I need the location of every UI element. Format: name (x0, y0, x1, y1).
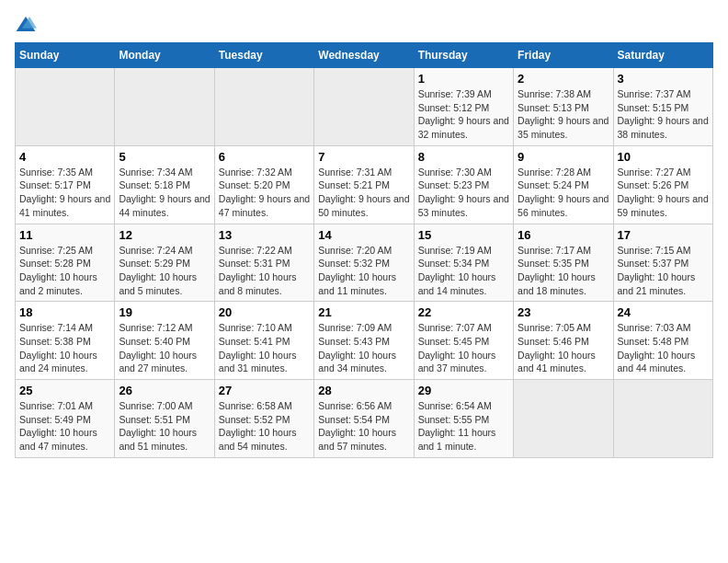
calendar-cell: 12Sunrise: 7:24 AMSunset: 5:29 PMDayligh… (115, 224, 214, 302)
calendar-header-row: SundayMondayTuesdayWednesdayThursdayFrid… (16, 43, 713, 68)
day-info: Sunrise: 7:22 AMSunset: 5:31 PMDaylight:… (219, 244, 310, 298)
day-number: 23 (518, 305, 609, 319)
day-info: Sunrise: 7:39 AMSunset: 5:12 PMDaylight:… (418, 87, 509, 142)
day-number: 3 (618, 72, 709, 86)
day-info: Sunrise: 7:28 AMSunset: 5:24 PMDaylight:… (518, 166, 609, 220)
calendar-cell: 14Sunrise: 7:20 AMSunset: 5:32 PMDayligh… (314, 224, 414, 302)
day-info: Sunrise: 7:20 AMSunset: 5:32 PMDaylight:… (318, 244, 409, 298)
day-number: 25 (19, 384, 110, 397)
calendar-cell: 13Sunrise: 7:22 AMSunset: 5:31 PMDayligh… (214, 224, 313, 302)
day-info: Sunrise: 7:31 AMSunset: 5:21 PMDaylight:… (318, 166, 409, 220)
day-number: 6 (219, 150, 310, 164)
day-number: 12 (119, 228, 210, 242)
calendar-cell (514, 380, 613, 458)
day-info: Sunrise: 7:34 AMSunset: 5:18 PMDaylight:… (119, 166, 210, 220)
calendar-cell (16, 68, 115, 146)
day-info: Sunrise: 7:05 AMSunset: 5:46 PMDaylight:… (518, 321, 609, 375)
day-number: 1 (418, 72, 509, 86)
column-header-monday: Monday (115, 43, 214, 68)
day-number: 17 (618, 228, 709, 242)
calendar-week-row: 4Sunrise: 7:35 AMSunset: 5:17 PMDaylight… (16, 145, 713, 224)
column-header-friday: Friday (514, 43, 613, 68)
day-number: 4 (19, 150, 110, 164)
day-number: 28 (318, 384, 409, 397)
calendar-cell: 11Sunrise: 7:25 AMSunset: 5:28 PMDayligh… (16, 224, 115, 302)
day-info: Sunrise: 6:56 AMSunset: 5:54 PMDaylight:… (318, 399, 409, 454)
logo-icon (15, 15, 37, 33)
day-info: Sunrise: 7:14 AMSunset: 5:38 PMDaylight:… (19, 321, 110, 375)
calendar-cell: 26Sunrise: 7:00 AMSunset: 5:51 PMDayligh… (115, 380, 214, 458)
day-info: Sunrise: 7:12 AMSunset: 5:40 PMDaylight:… (119, 321, 210, 375)
day-info: Sunrise: 7:35 AMSunset: 5:17 PMDaylight:… (19, 166, 110, 220)
day-info: Sunrise: 7:03 AMSunset: 5:48 PMDaylight:… (618, 321, 709, 375)
day-info: Sunrise: 7:24 AMSunset: 5:29 PMDaylight:… (119, 244, 210, 298)
day-info: Sunrise: 7:09 AMSunset: 5:43 PMDaylight:… (318, 321, 409, 375)
column-header-thursday: Thursday (414, 43, 513, 68)
day-number: 26 (119, 384, 210, 397)
day-number: 15 (418, 228, 509, 242)
calendar-table: SundayMondayTuesdayWednesdayThursdayFrid… (15, 42, 713, 458)
day-number: 29 (418, 384, 509, 397)
day-info: Sunrise: 7:19 AMSunset: 5:34 PMDaylight:… (418, 244, 509, 298)
day-number: 13 (219, 228, 310, 242)
calendar-cell: 8Sunrise: 7:30 AMSunset: 5:23 PMDaylight… (414, 145, 513, 224)
day-number: 8 (418, 150, 509, 164)
calendar-cell: 7Sunrise: 7:31 AMSunset: 5:21 PMDaylight… (314, 145, 414, 224)
calendar-cell (214, 68, 313, 146)
calendar-cell (613, 380, 712, 458)
calendar-cell: 16Sunrise: 7:17 AMSunset: 5:35 PMDayligh… (514, 224, 613, 302)
day-number: 20 (219, 305, 310, 319)
calendar-cell: 29Sunrise: 6:54 AMSunset: 5:55 PMDayligh… (414, 380, 513, 458)
column-header-wednesday: Wednesday (314, 43, 414, 68)
day-info: Sunrise: 7:00 AMSunset: 5:51 PMDaylight:… (119, 399, 210, 454)
calendar-cell: 20Sunrise: 7:10 AMSunset: 5:41 PMDayligh… (214, 302, 313, 380)
calendar-cell: 25Sunrise: 7:01 AMSunset: 5:49 PMDayligh… (16, 380, 115, 458)
day-number: 2 (518, 72, 609, 86)
day-info: Sunrise: 7:25 AMSunset: 5:28 PMDaylight:… (19, 244, 110, 298)
calendar-cell (115, 68, 214, 146)
day-info: Sunrise: 7:32 AMSunset: 5:20 PMDaylight:… (219, 166, 310, 220)
day-info: Sunrise: 7:17 AMSunset: 5:35 PMDaylight:… (518, 244, 609, 298)
logo (15, 15, 40, 33)
day-info: Sunrise: 6:54 AMSunset: 5:55 PMDaylight:… (418, 399, 509, 454)
calendar-cell: 17Sunrise: 7:15 AMSunset: 5:37 PMDayligh… (613, 224, 712, 302)
day-info: Sunrise: 7:27 AMSunset: 5:26 PMDaylight:… (618, 166, 709, 220)
day-info: Sunrise: 7:07 AMSunset: 5:45 PMDaylight:… (418, 321, 509, 375)
day-number: 5 (119, 150, 210, 164)
calendar-cell: 18Sunrise: 7:14 AMSunset: 5:38 PMDayligh… (16, 302, 115, 380)
calendar-cell: 28Sunrise: 6:56 AMSunset: 5:54 PMDayligh… (314, 380, 414, 458)
day-info: Sunrise: 7:37 AMSunset: 5:15 PMDaylight:… (618, 87, 709, 142)
calendar-week-row: 25Sunrise: 7:01 AMSunset: 5:49 PMDayligh… (16, 380, 713, 458)
day-number: 21 (318, 305, 409, 319)
day-info: Sunrise: 7:01 AMSunset: 5:49 PMDaylight:… (19, 399, 110, 454)
calendar-cell: 10Sunrise: 7:27 AMSunset: 5:26 PMDayligh… (613, 145, 712, 224)
day-number: 19 (119, 305, 210, 319)
day-number: 11 (19, 228, 110, 242)
calendar-week-row: 11Sunrise: 7:25 AMSunset: 5:28 PMDayligh… (16, 224, 713, 302)
calendar-cell: 1Sunrise: 7:39 AMSunset: 5:12 PMDaylight… (414, 68, 513, 146)
calendar-cell: 24Sunrise: 7:03 AMSunset: 5:48 PMDayligh… (613, 302, 712, 380)
calendar-cell: 9Sunrise: 7:28 AMSunset: 5:24 PMDaylight… (514, 145, 613, 224)
column-header-tuesday: Tuesday (214, 43, 313, 68)
calendar-cell: 21Sunrise: 7:09 AMSunset: 5:43 PMDayligh… (314, 302, 414, 380)
day-number: 24 (618, 305, 709, 319)
calendar-cell: 19Sunrise: 7:12 AMSunset: 5:40 PMDayligh… (115, 302, 214, 380)
day-number: 18 (19, 305, 110, 319)
calendar-cell: 3Sunrise: 7:37 AMSunset: 5:15 PMDaylight… (613, 68, 712, 146)
calendar-cell: 6Sunrise: 7:32 AMSunset: 5:20 PMDaylight… (214, 145, 313, 224)
calendar-week-row: 18Sunrise: 7:14 AMSunset: 5:38 PMDayligh… (16, 302, 713, 380)
day-info: Sunrise: 7:15 AMSunset: 5:37 PMDaylight:… (618, 244, 709, 298)
day-number: 7 (318, 150, 409, 164)
page-header (15, 15, 713, 33)
day-info: Sunrise: 6:58 AMSunset: 5:52 PMDaylight:… (219, 399, 310, 454)
day-number: 10 (618, 150, 709, 164)
calendar-cell: 23Sunrise: 7:05 AMSunset: 5:46 PMDayligh… (514, 302, 613, 380)
day-info: Sunrise: 7:30 AMSunset: 5:23 PMDaylight:… (418, 166, 509, 220)
column-header-saturday: Saturday (613, 43, 712, 68)
day-info: Sunrise: 7:38 AMSunset: 5:13 PMDaylight:… (518, 87, 609, 142)
day-info: Sunrise: 7:10 AMSunset: 5:41 PMDaylight:… (219, 321, 310, 375)
calendar-cell: 15Sunrise: 7:19 AMSunset: 5:34 PMDayligh… (414, 224, 513, 302)
calendar-cell: 27Sunrise: 6:58 AMSunset: 5:52 PMDayligh… (214, 380, 313, 458)
day-number: 16 (518, 228, 609, 242)
calendar-cell: 22Sunrise: 7:07 AMSunset: 5:45 PMDayligh… (414, 302, 513, 380)
